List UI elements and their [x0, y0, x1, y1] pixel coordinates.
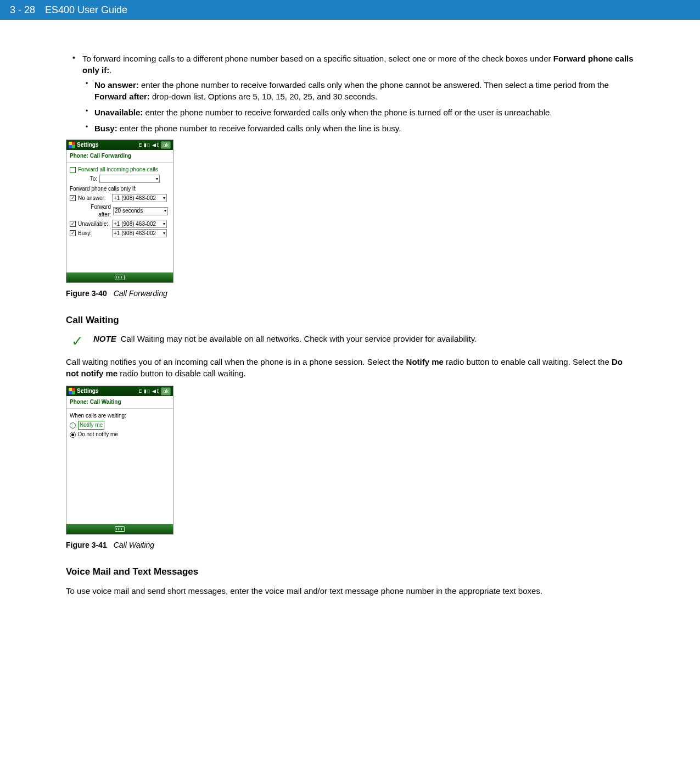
ss2-titlebar: Settings E ▮▯ ◀ξ ok [66, 386, 173, 396]
status-e-icon: E [138, 388, 142, 395]
unavailable-label: Unavailable: [78, 220, 110, 228]
status-e-icon: E [138, 142, 142, 149]
busy-input[interactable]: +1 (908) 463-002▾ [112, 229, 167, 237]
ss2-bottombar [66, 524, 173, 534]
note-block: ✓ NOTECall Waiting may not be available … [71, 333, 634, 348]
signal-icon: ▮▯ [144, 388, 150, 395]
note-label: NOTE [93, 334, 116, 343]
call-waiting-paragraph: Call waiting notifies you of an incoming… [66, 356, 634, 379]
chevron-down-icon: ▾ [156, 176, 158, 182]
check-icon: ✓ [71, 334, 83, 348]
no-answer-label: No answer: [78, 194, 110, 202]
forward-after-label: Forward after: [79, 203, 111, 219]
screenshot-call-waiting: Settings E ▮▯ ◀ξ ok Phone: Call Waiting … [66, 386, 173, 535]
chevron-down-icon: ▾ [163, 221, 165, 227]
voicemail-paragraph: To use voice mail and send short message… [66, 585, 634, 597]
ss1-subtitle: Phone: Call Forwarding [66, 150, 173, 163]
ss1-bottombar [66, 272, 173, 282]
keyboard-icon[interactable] [115, 526, 125, 532]
do-not-notify-label: Do not notify me [78, 431, 118, 438]
figure-caption-2: Figure 3-41Call Waiting [66, 540, 634, 551]
notify-me-radio[interactable] [70, 422, 76, 429]
chevron-down-icon: ▾ [164, 208, 166, 214]
no-answer-input[interactable]: +1 (908) 463-002▾ [112, 194, 167, 202]
bullet-no-answer: No answer: enter the phone number to rec… [94, 79, 634, 102]
bullet-main: To forward incoming calls to a different… [82, 53, 634, 134]
ok-button[interactable]: ok [161, 141, 171, 149]
speaker-icon: ◀ξ [152, 388, 159, 395]
ok-button[interactable]: ok [161, 387, 171, 396]
chevron-down-icon: ▾ [163, 230, 165, 236]
screenshot-call-forwarding: Settings E ▮▯ ◀ξ ok Phone: Call Forwardi… [66, 140, 173, 283]
ss1-titlebar: Settings E ▮▯ ◀ξ ok [66, 140, 173, 150]
busy-label: Busy: [78, 230, 110, 237]
ss2-title: Settings [77, 387, 98, 395]
chevron-down-icon: ▾ [163, 195, 165, 201]
ss2-subtitle: Phone: Call Waiting [66, 396, 173, 409]
figure-caption-1: Figure 3-40Call Forwarding [66, 288, 634, 299]
page-header: 3 - 28 ES400 User Guide [0, 0, 700, 20]
page-number: 3 - 28 [10, 4, 35, 16]
note-text: Call Waiting may not be available on all… [121, 334, 477, 343]
busy-checkbox[interactable]: ✓ [70, 230, 76, 236]
keyboard-icon[interactable] [115, 275, 125, 280]
bullet-unavailable: Unavailable: enter the phone number to r… [94, 107, 634, 118]
windows-flag-icon [69, 388, 75, 394]
unavailable-input[interactable]: +1 (908) 463-002▾ [112, 220, 167, 228]
windows-flag-icon [69, 142, 75, 148]
ss1-title: Settings [77, 141, 98, 149]
to-input[interactable]: ▾ [99, 175, 160, 183]
speaker-icon: ◀ξ [152, 142, 159, 149]
do-not-notify-radio[interactable] [70, 432, 76, 438]
guide-title: ES400 User Guide [45, 4, 127, 16]
page-content: To forward incoming calls to a different… [0, 20, 700, 625]
bullet-busy: Busy: enter the phone number to receive … [94, 123, 634, 134]
notify-me-label: Notify me [78, 421, 104, 430]
signal-icon: ▮▯ [144, 142, 150, 149]
forward-after-select[interactable]: 20 seconds▾ [113, 207, 168, 215]
when-waiting-label: When calls are waiting: [70, 412, 126, 420]
no-answer-checkbox[interactable]: ✓ [70, 195, 76, 201]
only-if-label: Forward phone calls only if: [70, 185, 137, 193]
to-label: To: [81, 175, 97, 183]
unavailable-checkbox[interactable]: ✓ [70, 221, 76, 227]
forward-all-checkbox[interactable] [70, 167, 76, 173]
voicemail-heading: Voice Mail and Text Messages [66, 565, 634, 578]
call-waiting-heading: Call Waiting [66, 314, 634, 327]
forward-all-label: Forward all incoming phone calls [78, 166, 158, 174]
